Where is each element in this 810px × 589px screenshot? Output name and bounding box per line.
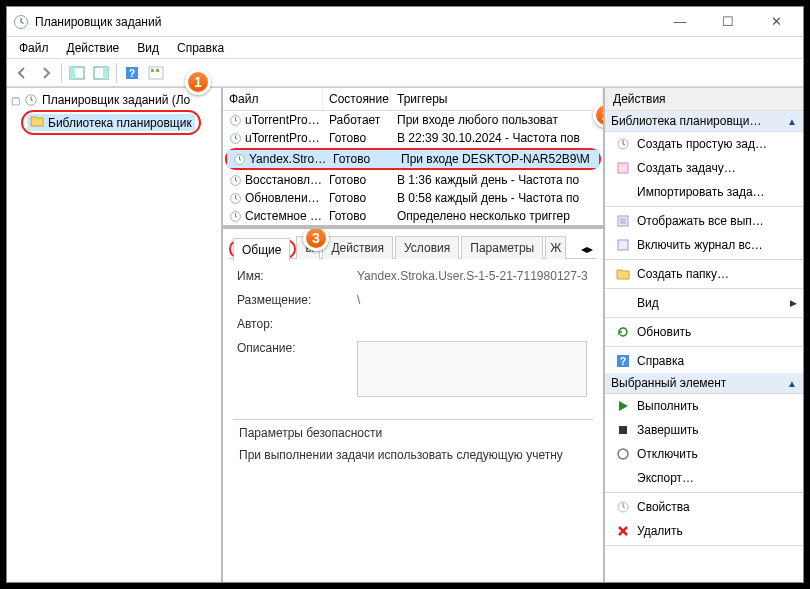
list-icon [615,213,631,229]
svg-text:?: ? [620,356,626,367]
task-list: Файл Состояние Триггеры uTorrentPro… Раб… [223,88,603,229]
action-import-task[interactable]: Импортировать зада… [605,180,803,204]
menu-action[interactable]: Действие [59,39,128,57]
stop-icon [615,422,631,438]
col-file[interactable]: Файл [223,88,323,110]
svg-rect-23 [619,426,627,434]
value-location: \ [357,293,589,307]
refresh-toolbar-button[interactable] [145,62,167,84]
svg-rect-20 [618,240,628,250]
window-title: Планировщик заданий [35,15,665,29]
menu-help[interactable]: Справка [169,39,232,57]
detail-pane: Общие ы Действия Условия Параметры Ж ◂▸ … [223,229,603,582]
properties-icon [615,499,631,515]
svg-rect-18 [618,163,628,173]
task-icon [229,114,242,127]
actions-section-library[interactable]: Библиотека планировщи… ▲ [605,111,803,132]
tree-child-highlight: Библиотека планировщик [21,110,201,135]
maximize-button[interactable]: ☐ [713,14,743,29]
action-new-folder[interactable]: Создать папку… [605,262,803,286]
toolbar: ? 1 [7,59,803,87]
tab-general[interactable]: Общие [233,238,290,261]
import-icon [615,184,631,200]
scheduler-icon [24,93,38,107]
task-icon [229,210,242,223]
task-new-icon [615,160,631,176]
table-row[interactable]: Yandex.Stro… Готово При входе DESKTOP-NA… [227,150,599,168]
tab-scroll-arrows[interactable]: ◂▸ [577,240,597,258]
col-state[interactable]: Состояние [323,88,391,110]
main-area: ▢ Планировщик заданий (Ло Библиотека пла… [7,87,803,582]
security-text: При выполнении задачи использовать следу… [239,448,587,462]
forward-button[interactable] [35,62,57,84]
tree-pane: ▢ Планировщик заданий (Ло Библиотека пла… [7,88,223,582]
tab-conditions[interactable]: Условия [395,236,459,259]
table-row[interactable]: Восстановл… Готово В 1:36 каждый день - … [223,171,603,189]
actions-section-selected[interactable]: Выбранный элемент ▲ [605,373,803,394]
selected-row-highlight: Yandex.Stro… Готово При входе DESKTOP-NA… [225,148,601,170]
folder-icon [30,115,44,130]
collapse-icon[interactable]: ▲ [787,116,797,127]
folder-new-icon [615,266,631,282]
view-icon [615,295,631,311]
table-row[interactable]: uTorrentPro… Работает При входе любого п… [223,111,603,129]
action-refresh[interactable]: Обновить [605,320,803,344]
action-export[interactable]: Экспорт… [605,466,803,490]
tree-library-label: Библиотека планировщик [48,116,192,130]
action-end[interactable]: Завершить [605,418,803,442]
tabs-row: Общие ы Действия Условия Параметры Ж ◂▸ [229,235,597,259]
action-properties[interactable]: Свойства [605,495,803,519]
action-disable[interactable]: Отключить [605,442,803,466]
callout-1: 1 [185,69,211,95]
tab-journal-partial[interactable]: Ж [545,236,566,259]
svg-rect-9 [156,69,159,72]
label-name: Имя: [237,269,357,283]
tree-root-item[interactable]: ▢ Планировщик заданий (Ло [9,92,219,108]
action-run[interactable]: Выполнить [605,394,803,418]
tab-actions[interactable]: Действия [322,236,393,259]
svg-rect-4 [103,67,108,79]
center-pane: Файл Состояние Триггеры uTorrentPro… Раб… [223,88,605,582]
detail-body: Имя: Yandex.Stroka.User.S-1-5-21-7119801… [229,259,597,413]
toggle-actions-button[interactable] [90,62,112,84]
value-author [357,317,589,331]
label-description: Описание: [237,341,357,397]
play-icon [615,398,631,414]
close-button[interactable]: ✕ [761,14,791,29]
task-icon [229,132,242,145]
task-icon [229,192,242,205]
table-row[interactable]: Системное … Готово Определено несколько … [223,207,603,225]
description-box[interactable] [357,341,587,397]
back-button[interactable] [11,62,33,84]
expand-icon[interactable]: ▢ [11,95,20,106]
action-view[interactable]: Вид ▶ [605,291,803,315]
task-list-header: Файл Состояние Триггеры [223,88,603,111]
col-triggers[interactable]: Триггеры [391,88,603,110]
help-button[interactable]: ? [121,62,143,84]
toggle-tree-button[interactable] [66,62,88,84]
action-delete[interactable]: Удалить [605,519,803,543]
security-title: Параметры безопасности [239,426,587,440]
collapse-icon[interactable]: ▲ [787,378,797,389]
value-name: Yandex.Stroka.User.S-1-5-21-711980127-3 [357,269,589,283]
tree-library-item[interactable]: Библиотека планировщик [27,114,195,131]
label-location: Размещение: [237,293,357,307]
action-create-basic-task[interactable]: Создать простую зад… [605,132,803,156]
action-help[interactable]: ? Справка [605,349,803,373]
minimize-button[interactable]: — [665,14,695,29]
svg-rect-7 [149,67,163,79]
action-create-task[interactable]: Создать задачу… [605,156,803,180]
wizard-icon [615,136,631,152]
label-author: Автор: [237,317,357,331]
table-row[interactable]: Обновлени… Готово В 0:58 каждый день - Ч… [223,189,603,207]
titlebar: Планировщик заданий — ☐ ✕ [7,7,803,37]
task-icon [233,153,246,166]
action-enable-history[interactable]: Включить журнал вс… [605,233,803,257]
export-icon [615,470,631,486]
action-show-all[interactable]: Отображать все вып… [605,209,803,233]
table-row[interactable]: uTorrentPro… Готово В 22:39 30.10.2024 -… [223,129,603,147]
tab-params[interactable]: Параметры [461,236,543,259]
refresh-icon [615,324,631,340]
menu-file[interactable]: Файл [11,39,57,57]
menu-view[interactable]: Вид [129,39,167,57]
